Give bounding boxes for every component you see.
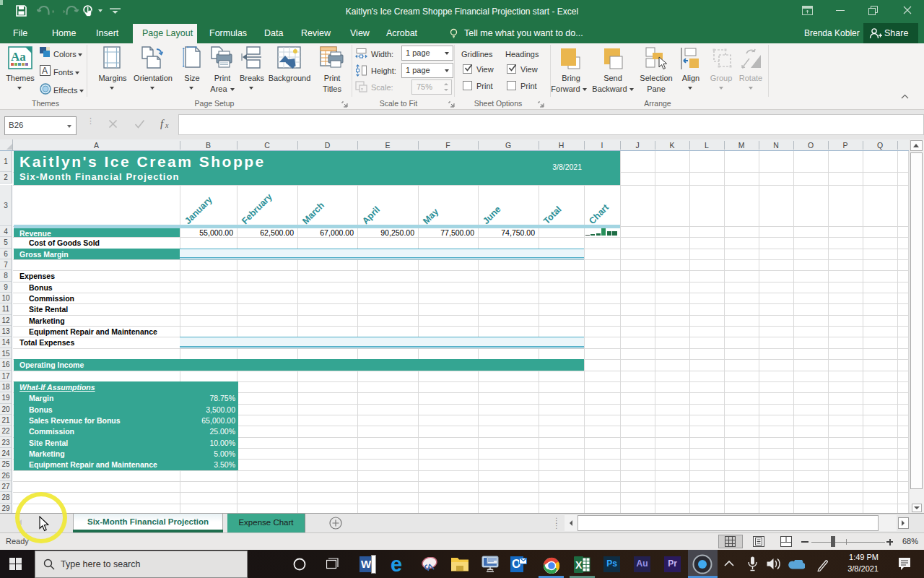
svg-text:X: X [575, 559, 583, 571]
svg-text:Aa: Aa [11, 50, 26, 64]
svg-text:x: x [165, 121, 169, 129]
svg-text:A: A [42, 66, 48, 76]
svg-text:f: f [160, 118, 165, 129]
